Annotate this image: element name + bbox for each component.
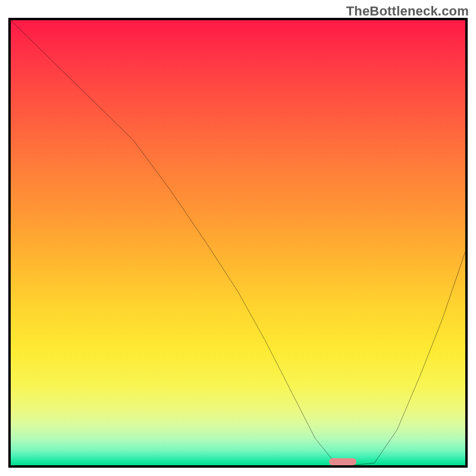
- bottleneck-curve-path: [11, 20, 465, 465]
- chart-container: TheBottleneck.com: [0, 0, 476, 476]
- watermark-label: TheBottleneck.com: [346, 4, 469, 19]
- optimum-marker: [329, 458, 356, 465]
- bottleneck-curve: [11, 20, 465, 465]
- chart-frame: [8, 18, 468, 468]
